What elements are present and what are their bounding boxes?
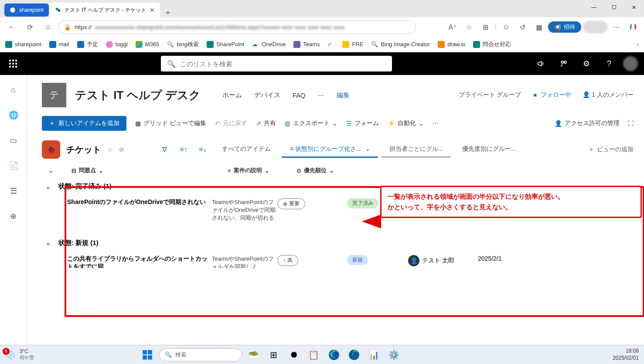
fav-fre[interactable]: FRE	[342, 41, 363, 48]
help-icon[interactable]: ?	[600, 55, 618, 72]
nav-home[interactable]: ホーム	[222, 91, 242, 99]
rail-home-icon[interactable]: ⌂	[5, 81, 22, 99]
fav-teams[interactable]: Teams	[293, 41, 320, 48]
automate-button[interactable]: ⚡ 自動化 ⌄	[388, 119, 424, 127]
svg-rect-8	[15, 63, 17, 65]
taskbar-edge2-icon[interactable]	[346, 347, 362, 363]
more-menu-icon[interactable]: ⋯	[609, 20, 624, 34]
fav-inquiry[interactable]: 問合せ対応	[473, 41, 511, 48]
collections-icon[interactable]: ▦	[532, 20, 546, 34]
taskbar-clock[interactable]: 18:08 2025/02/01	[613, 348, 639, 361]
read-aloud-icon[interactable]: A⁺	[445, 20, 460, 34]
column-issue[interactable]: ⊟ 問題点 ⌄	[72, 167, 224, 174]
taskbar-weather[interactable]: ❄️6 3°C 雨や雪	[5, 348, 34, 361]
chevron-down-icon[interactable]: ⌄	[45, 183, 58, 191]
filter-icon[interactable]: ∇	[157, 142, 172, 157]
nav-refresh-button[interactable]: ⟳	[22, 19, 37, 35]
nav-home-button[interactable]: ⌂	[40, 19, 56, 35]
history-icon[interactable]: ↺	[515, 20, 530, 34]
nav-edit[interactable]: 編集	[337, 91, 350, 99]
invite-button[interactable]: 📢 招待	[548, 21, 581, 33]
settings-icon[interactable]: ⚙	[578, 55, 595, 72]
taskbar-chart-icon[interactable]: 📊	[366, 347, 382, 363]
rail-list-icon[interactable]: ☰	[5, 182, 22, 200]
taskbar-widget-icon[interactable]: 🥗	[245, 347, 262, 363]
user-avatar[interactable]	[623, 56, 638, 71]
fav-check[interactable]: ✔	[327, 41, 334, 48]
url-blurred: xxxxxxxxxxxxxx.sharepoint.com/xxx/xxxx/x…	[95, 24, 344, 31]
nav-faq[interactable]: FAQ	[293, 92, 306, 99]
extensions-icon[interactable]: ⊞	[478, 20, 493, 34]
list-favorite-icon[interactable]: ☆	[107, 146, 113, 153]
taskbar-taskview-icon[interactable]: ⊞	[266, 347, 282, 363]
taskbar-search[interactable]: 🔍 検索	[159, 348, 242, 361]
fav-toggl[interactable]: toggl	[106, 41, 128, 48]
nav-more-icon[interactable]: ⋯	[318, 91, 324, 99]
taskbar-notes-icon[interactable]: 📋	[306, 347, 322, 363]
fav-calendar[interactable]: 予定	[77, 41, 98, 48]
browser-profile[interactable]	[583, 21, 607, 33]
fav-onedrive[interactable]: ☁OneDrive	[252, 41, 286, 48]
view-grouped-assignee[interactable]: 担当者ごとにグル...	[382, 142, 451, 157]
start-button[interactable]	[139, 347, 156, 363]
fav-bing-creator[interactable]: 🔍Bing Image Creator	[371, 41, 430, 48]
address-bar[interactable]: 🔒 https:// xxxxxxxxxxxxxx.sharepoint.com…	[58, 20, 416, 34]
grid-edit-button[interactable]: ▦ グリッド ビューで編集	[135, 119, 206, 127]
view-grouped-priority[interactable]: 優先度別にグルー...	[454, 142, 524, 158]
undo-icon: ↶	[215, 120, 220, 127]
favorites-overflow[interactable]: ›	[637, 41, 639, 48]
permissions-button[interactable]: 👤 アクセス許可の管理	[555, 119, 620, 127]
app-launcher-icon[interactable]	[6, 57, 20, 71]
nav-back-button[interactable]: ←	[3, 19, 19, 35]
fav-sharepoint[interactable]: sharepoint	[5, 41, 41, 48]
share-button[interactable]: ⇗ 共有	[256, 119, 276, 127]
nav-device[interactable]: デバイス	[254, 91, 280, 99]
new-item-button[interactable]: ＋ 新しいアイテムを追加	[42, 116, 126, 131]
add-view-button[interactable]: ＋ ビューの追加	[588, 146, 634, 153]
favorite-star-icon[interactable]: ☆	[462, 20, 477, 34]
following-button[interactable]: ★ フォロー中	[532, 91, 571, 99]
taskbar-obs-icon[interactable]: ⏺	[286, 347, 302, 363]
rail-file-icon[interactable]: 📄	[5, 157, 22, 174]
grid-icon: ▦	[135, 120, 141, 127]
list-verified-icon[interactable]: ⊘	[119, 146, 124, 153]
rail-globe-icon[interactable]: 🌐	[5, 106, 22, 124]
site-tile[interactable]: テ	[42, 83, 66, 107]
collapse-all-icon[interactable]: ⌄	[42, 167, 59, 174]
cmd-more-icon[interactable]: ⋯	[433, 120, 439, 127]
sort-desc-icon[interactable]: ≡↓	[195, 142, 211, 157]
rail-news-icon[interactable]: ▭	[5, 132, 22, 149]
window-close[interactable]: ✕	[624, 0, 644, 15]
megaphone-icon[interactable]	[532, 55, 550, 72]
expand-icon[interactable]: ⛶	[627, 120, 634, 127]
members-count[interactable]: 👤 1 人のメンバー	[583, 91, 634, 99]
new-tab-button[interactable]: ＋	[161, 7, 175, 17]
copilot-icon[interactable]	[626, 20, 641, 34]
export-button[interactable]: ▥ エクスポート ⌄	[285, 119, 337, 127]
rail-add-icon[interactable]: ⊕	[5, 208, 22, 225]
view-grouped-status[interactable]: ≡ 状態別にグループ化さ... ⌄	[282, 142, 378, 158]
taskbar-settings-icon[interactable]: ⚙️	[386, 347, 402, 363]
tab-pinned-sharepoint[interactable]: sharepoint	[4, 3, 49, 17]
taskbar-edge-icon[interactable]	[326, 347, 342, 363]
view-all-items[interactable]: すべてのアイテム	[214, 142, 279, 158]
column-description[interactable]: ≡ 案件の説明 ⌄	[228, 167, 293, 174]
fav-bing[interactable]: 🔍bing検索	[167, 41, 199, 48]
fav-drawio[interactable]: draw.io	[438, 41, 465, 48]
fav-m365[interactable]: M365	[136, 41, 160, 48]
window-maximize[interactable]: ☐	[604, 0, 624, 15]
fav-sharepoint2[interactable]: SharePoint	[207, 41, 244, 48]
favorites-icon[interactable]: ✩	[498, 20, 513, 34]
tab-close-icon[interactable]: ✕	[150, 7, 155, 14]
fav-mail[interactable]: mail	[49, 41, 69, 48]
form-button[interactable]: ☰ フォーム	[346, 119, 379, 127]
sort-asc-icon[interactable]: ≡↑	[176, 142, 191, 157]
chevron-down-icon[interactable]: ⌄	[45, 239, 58, 247]
search-icon: 🔍	[167, 60, 176, 68]
window-minimize[interactable]: —	[584, 0, 604, 15]
tab-active[interactable]: テスト IT ヘルプ デスク - チケット ✕	[50, 3, 160, 17]
suite-search-input[interactable]	[180, 60, 386, 68]
immersive-reader-icon[interactable]	[555, 55, 572, 72]
suite-search[interactable]: 🔍	[161, 56, 392, 71]
column-priority[interactable]: ⊙ 優先順位 ⌄	[296, 167, 366, 174]
